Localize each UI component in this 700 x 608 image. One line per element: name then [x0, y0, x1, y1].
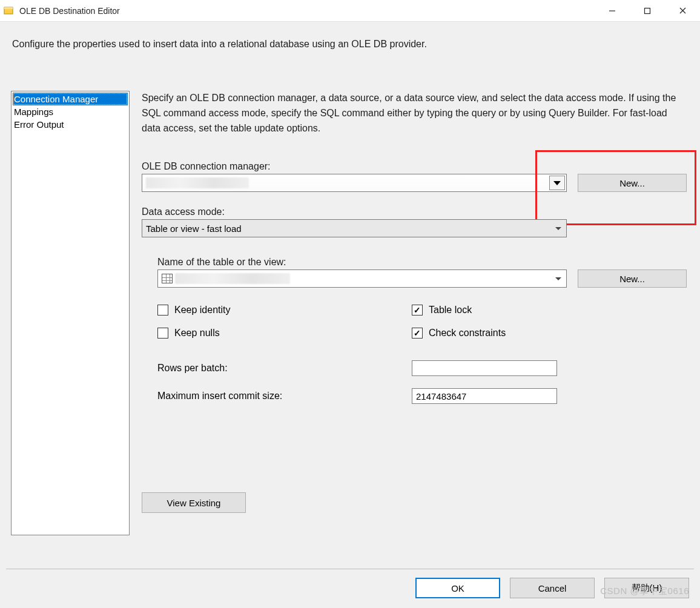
connection-dropdown[interactable]	[142, 174, 567, 192]
maximize-button[interactable]	[630, 0, 665, 21]
max-commit-input[interactable]: 2147483647	[412, 388, 557, 404]
sidebar: Connection Manager Mappings Error Output	[11, 91, 130, 535]
new-table-button[interactable]: New...	[578, 269, 687, 288]
page-description: Configure the properties used to insert …	[0, 22, 700, 53]
rows-per-batch-input[interactable]	[412, 360, 557, 376]
sidebar-item-label: Error Output	[14, 119, 64, 130]
app-icon	[4, 5, 15, 16]
sidebar-item-mappings[interactable]: Mappings	[13, 105, 128, 118]
view-existing-button[interactable]: View Existing	[142, 492, 246, 513]
access-mode-label: Data access mode:	[142, 207, 689, 217]
table-name-value	[175, 273, 290, 284]
connection-value	[146, 177, 249, 188]
max-commit-label: Maximum insert commit size:	[157, 391, 412, 401]
svg-rect-1	[4, 7, 13, 9]
sidebar-item-connection-manager[interactable]: Connection Manager	[13, 93, 128, 105]
chevron-down-icon[interactable]	[549, 176, 565, 190]
sidebar-item-label: Connection Manager	[14, 94, 98, 104]
window-title: OLE DB Destination Editor	[19, 6, 595, 16]
checkbox-icon	[157, 328, 168, 339]
footer-separator	[6, 569, 694, 569]
checkbox-icon	[157, 305, 168, 316]
close-button[interactable]	[665, 0, 700, 21]
table-icon	[162, 274, 173, 283]
titlebar: OLE DB Destination Editor	[0, 0, 700, 22]
access-mode-dropdown[interactable]: Table or view - fast load	[142, 219, 567, 237]
table-name-label: Name of the table or the view:	[157, 257, 689, 268]
new-connection-button[interactable]: New...	[578, 174, 687, 192]
access-mode-value: Table or view - fast load	[146, 223, 242, 234]
cancel-button[interactable]: Cancel	[510, 578, 595, 598]
sidebar-item-label: Mappings	[14, 107, 53, 117]
minimize-button[interactable]	[595, 0, 630, 21]
keep-identity-checkbox[interactable]: Keep identity	[157, 305, 412, 316]
check-constraints-checkbox[interactable]: Check constraints	[412, 328, 689, 339]
chevron-down-icon[interactable]	[552, 221, 565, 236]
ok-button[interactable]: OK	[415, 578, 500, 598]
rows-per-batch-label: Rows per batch:	[157, 363, 412, 374]
sidebar-item-error-output[interactable]: Error Output	[13, 118, 128, 131]
chevron-down-icon[interactable]	[552, 271, 565, 286]
table-lock-checkbox[interactable]: Table lock	[412, 305, 689, 316]
window-controls	[595, 0, 700, 21]
keep-nulls-checkbox[interactable]: Keep nulls	[157, 328, 412, 339]
table-name-dropdown[interactable]	[157, 269, 567, 288]
checkbox-icon	[412, 328, 423, 339]
svg-rect-3	[645, 8, 650, 13]
checkbox-icon	[412, 305, 423, 316]
content-description: Specify an OLE DB connection manager, a …	[142, 91, 687, 136]
help-button[interactable]: 帮助(H)	[604, 578, 689, 598]
footer-buttons: OK Cancel 帮助(H)	[415, 578, 689, 598]
connection-label: OLE DB connection manager:	[142, 161, 689, 172]
